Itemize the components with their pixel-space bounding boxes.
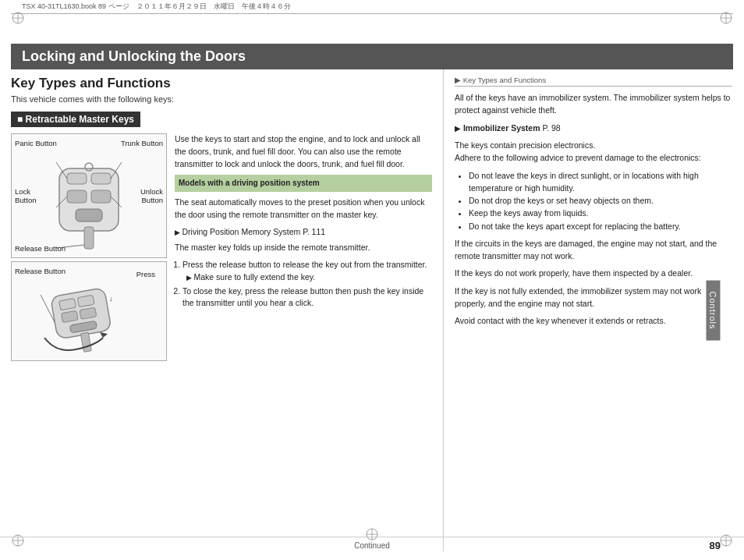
bullet-list: Do not leave the keys in direct sunlight…	[462, 169, 732, 232]
avoid-text: Avoid contact with the key whenever it e…	[455, 314, 732, 327]
bullet-3: Keep the keys away from liquids.	[469, 207, 732, 219]
corner-decoration-tr	[717, 9, 735, 27]
page-number: 89	[710, 540, 721, 551]
right-text: All of the keys have an immobilizer syst…	[455, 91, 732, 327]
svg-marker-32	[100, 332, 108, 338]
damaged-text: If the circuits in the keys are damaged,…	[455, 237, 732, 263]
precision-text: The keys contain precision electronics.A…	[455, 139, 732, 165]
meta-line: TSX 40-31TL1630.book 89 ページ ２０１１年６月２９日 水…	[11, 0, 733, 14]
main-content: Key Types and Functions This vehicle com…	[11, 69, 733, 551]
driving-model-label: Models with a driving position system	[179, 179, 320, 187]
controls-tab: Controls	[707, 281, 721, 341]
step-1-sub: Make sure to fully extend the key.	[186, 272, 315, 282]
bullet-4: Do not take the keys apart except for re…	[469, 220, 732, 232]
svg-rect-15	[67, 190, 87, 203]
not-extended-text: If the key is not fully extended, the im…	[455, 285, 732, 310]
chapter-title: Locking and Unlocking the Doors	[22, 48, 246, 64]
driving-ref: Driving Position Memory System P. 111	[175, 226, 432, 239]
chapter-header: Locking and Unlocking the Doors	[11, 44, 733, 69]
bullet-1: Do not leave the keys in direct sunlight…	[469, 169, 732, 195]
immobilizer-intro: All of the keys have an immobilizer syst…	[455, 91, 732, 117]
press-label: Press	[136, 270, 155, 278]
step-1: Press the release button to release the …	[182, 259, 432, 284]
meta-text: TSX 40-31TL1630.book 89 ページ ２０１１年６月２９日 水…	[22, 2, 291, 10]
section-heading: ■ Retractable Master Keys	[11, 112, 140, 127]
svg-rect-14	[91, 173, 111, 184]
lock-button-label: LockButton	[15, 187, 36, 205]
step-2: To close the key, press the release butt…	[182, 285, 432, 310]
release-button-label: Release Button	[15, 244, 66, 253]
svg-text:↓: ↓	[109, 295, 113, 303]
page-title: Key Types and Functions	[11, 76, 432, 91]
step-2-text: To close the key, press the release butt…	[182, 286, 423, 308]
corner-decoration-tl	[9, 9, 27, 27]
svg-rect-16	[91, 190, 111, 203]
svg-rect-31	[80, 332, 91, 352]
page-subtitle: This vehicle comes with the following ke…	[11, 94, 432, 104]
key-fob-svg	[27, 153, 151, 254]
release-svg: ↓	[25, 279, 154, 357]
unlock-button-label: UnlockButton	[140, 187, 163, 205]
key-diagrams: Panic Button Trunk Button LockButton Unl…	[11, 133, 167, 361]
not-work-text: If the keys do not work properly, have t…	[455, 267, 732, 279]
driving-note: Models with a driving position system	[175, 175, 432, 192]
immobilizer-ref-text: Immobilizer System	[463, 123, 540, 133]
key-fob-top-diagram: Panic Button Trunk Button LockButton Unl…	[11, 133, 167, 258]
right-column: ▶ Key Types and Functions All of the key…	[444, 69, 732, 551]
driving-model-text: The seat automatically moves to the pres…	[175, 197, 432, 222]
bullet-2: Do not drop the keys or set heavy object…	[469, 194, 732, 207]
panic-button-label: Panic Button	[15, 139, 57, 147]
right-breadcrumb: ▶ Key Types and Functions	[455, 76, 732, 87]
main-paragraph: Use the keys to start and stop the engin…	[175, 133, 432, 170]
svg-rect-13	[67, 173, 87, 184]
release-button-label-2: Release Button	[15, 267, 66, 275]
left-column: Key Types and Functions This vehicle com…	[11, 69, 444, 551]
key-fob-bottom-diagram: Release Button Press	[11, 261, 167, 361]
svg-rect-18	[84, 227, 94, 249]
diagram-area: Panic Button Trunk Button LockButton Unl…	[11, 133, 432, 361]
driving-ref-text: Driving Position Memory System P. 111	[182, 227, 326, 236]
steps-list: Press the release button to release the …	[182, 259, 432, 310]
bottom-center-crosshair	[363, 526, 381, 544]
step-1-text: Press the release button to release the …	[182, 260, 427, 269]
svg-rect-17	[76, 209, 102, 222]
key-text-area: Use the keys to start and stop the engin…	[175, 133, 432, 361]
trunk-button-label: Trunk Button	[121, 139, 163, 147]
immobilizer-ref: ▶ Immobilizer System P. 98	[455, 122, 732, 135]
fold-text: The master key folds up inside the remot…	[175, 242, 432, 254]
immobilizer-page: P. 98	[542, 123, 560, 133]
